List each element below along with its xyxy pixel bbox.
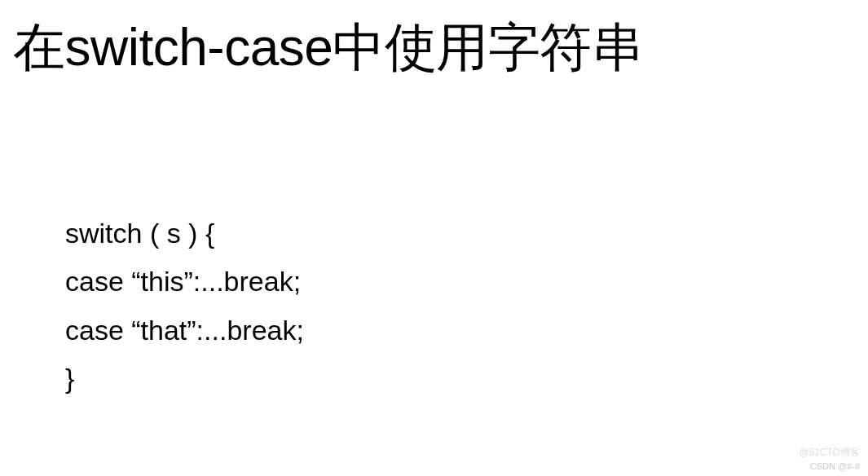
code-line-4: } [65,355,868,403]
page-title: 在switch-case中使用字符串 [0,0,868,79]
code-example: switch ( s ) { case “this”:...break; cas… [65,209,868,403]
code-line-1: switch ( s ) { [65,209,868,258]
code-line-3: case “that”:...break; [65,306,868,355]
watermark-51cto: @51CTO博客 [799,446,860,460]
watermark-csdn: CSDN @#-# [810,461,860,471]
code-line-2: case “this”:...break; [65,258,868,306]
